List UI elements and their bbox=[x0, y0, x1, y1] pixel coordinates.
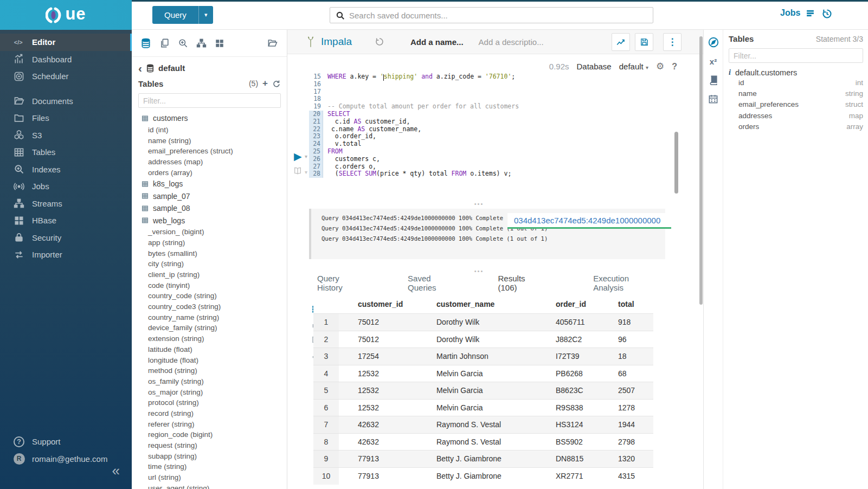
column-item[interactable]: device_family (string) bbox=[132, 323, 287, 333]
query-id-link[interactable]: 034d413ec7474ed5:4249de1000000000 bbox=[507, 213, 671, 229]
language-reference-icon[interactable] bbox=[293, 166, 303, 175]
snippet-history-icon[interactable] bbox=[375, 37, 384, 47]
column-item[interactable]: name (string) bbox=[132, 135, 287, 146]
sidebar-item-importer[interactable]: Importer bbox=[0, 246, 132, 263]
assist-column-orders[interactable]: ordersarray bbox=[729, 121, 863, 132]
column-item[interactable]: email_preferences (struct) bbox=[132, 146, 287, 157]
column-item[interactable]: request (string) bbox=[132, 440, 287, 451]
column-item[interactable]: country_code3 (string) bbox=[132, 301, 287, 312]
hue-logo[interactable]: ue bbox=[0, 0, 132, 30]
sidebar-item-documents[interactable]: Documents bbox=[0, 93, 132, 110]
column-header-customer_id[interactable]: customer_id bbox=[339, 295, 417, 314]
sidebar-item-tables[interactable]: Tables bbox=[0, 144, 132, 161]
column-item[interactable]: protocol (string) bbox=[132, 397, 287, 408]
add-table-icon[interactable]: + bbox=[262, 78, 268, 89]
databases-icon[interactable] bbox=[140, 38, 151, 49]
column-item[interactable]: time (string) bbox=[132, 461, 287, 472]
column-item[interactable]: referer (string) bbox=[132, 419, 287, 429]
query-dropdown-caret[interactable]: ▾ bbox=[198, 6, 213, 24]
sidebar-item-indexes[interactable]: Indexes bbox=[0, 161, 132, 178]
sidebar-item-dashboard[interactable]: Dashboard bbox=[0, 51, 132, 68]
results-table[interactable]: customer_idcustomer_nameorder_idtotal 17… bbox=[313, 295, 653, 485]
search-plus-icon[interactable] bbox=[178, 38, 188, 48]
language-reference-caret[interactable]: ▾ bbox=[305, 169, 307, 175]
assist-table-row[interactable]: i default.customers bbox=[729, 68, 863, 77]
sidebar-item-security[interactable]: Security bbox=[0, 229, 132, 247]
sidebar-item-support[interactable]: ?Support bbox=[0, 433, 132, 451]
sitemap-icon[interactable] bbox=[196, 38, 207, 48]
column-item[interactable]: url (string) bbox=[132, 472, 287, 483]
column-item[interactable]: addresses (map) bbox=[132, 157, 287, 168]
calendar-icon[interactable] bbox=[708, 94, 718, 104]
query-name-field[interactable]: Add a name... bbox=[410, 37, 464, 47]
sidebar-item-streams[interactable]: Streams bbox=[0, 195, 132, 213]
assist-column-email_preferences[interactable]: email_preferencesstruct bbox=[729, 99, 863, 110]
execute-button[interactable]: ▶ bbox=[294, 150, 302, 163]
column-item[interactable]: country_code (string) bbox=[132, 291, 287, 301]
column-header-customer_name[interactable]: customer_name bbox=[417, 295, 537, 314]
new-query-button[interactable]: Query ▾ bbox=[152, 6, 213, 24]
table-row[interactable]: 612532Melvin GarciaR9S8381278 bbox=[313, 399, 653, 416]
table-row[interactable]: 175012Dorothy Wilk4056711918 bbox=[313, 314, 653, 331]
jobs-link[interactable]: Jobs bbox=[780, 8, 815, 18]
sidebar-item-hbase[interactable]: HBase bbox=[0, 212, 132, 229]
column-item[interactable]: subapp (string) bbox=[132, 451, 287, 461]
query-description-field[interactable]: Add a descriptio... bbox=[479, 37, 544, 47]
settings-gear-icon[interactable]: ⚙ bbox=[656, 61, 664, 72]
column-item[interactable]: client_ip (string) bbox=[132, 269, 287, 280]
assist-column-name[interactable]: namestring bbox=[729, 88, 863, 99]
table-row[interactable]: 842632Raymond S. VestalBS59022798 bbox=[313, 433, 653, 451]
column-item[interactable]: city (string) bbox=[132, 259, 287, 269]
back-chevron-icon[interactable]: ‹ bbox=[138, 65, 142, 72]
open-folder-icon[interactable] bbox=[267, 38, 278, 48]
table-row[interactable]: 512532Melvin GarciaB8623C2507 bbox=[313, 382, 653, 400]
info-icon[interactable]: i bbox=[729, 68, 731, 77]
column-item[interactable]: record (string) bbox=[132, 408, 287, 419]
column-item[interactable]: id (int) bbox=[132, 125, 287, 136]
refresh-icon[interactable] bbox=[272, 80, 280, 88]
assist-filter-input[interactable]: Filter... bbox=[729, 48, 863, 63]
resize-handle[interactable]: ••• bbox=[287, 269, 671, 274]
documents-copy-icon[interactable] bbox=[159, 38, 170, 48]
table-row[interactable]: 317254Martin JohnsonI72T3918 bbox=[313, 348, 653, 365]
column-item[interactable]: _version_ (bigint) bbox=[132, 227, 287, 237]
history-icon[interactable] bbox=[821, 8, 833, 20]
column-item[interactable]: app (string) bbox=[132, 237, 287, 248]
compass-assist-icon[interactable] bbox=[708, 36, 719, 48]
column-item[interactable]: os_family (string) bbox=[132, 376, 287, 387]
more-actions-button[interactable]: ⋮ bbox=[663, 33, 681, 51]
column-item[interactable]: bytes (smallint) bbox=[132, 248, 287, 259]
table-item-k8s_logs[interactable]: k8s_logs bbox=[132, 178, 287, 190]
table-item-sample_08[interactable]: sample_08 bbox=[132, 202, 287, 215]
apps-grid-icon[interactable] bbox=[215, 38, 224, 48]
language-book-icon[interactable] bbox=[708, 75, 718, 85]
column-item[interactable]: region_code (bigint) bbox=[132, 429, 287, 440]
column-item[interactable]: extension (string) bbox=[132, 333, 287, 344]
column-item[interactable]: user_agent (string) bbox=[132, 482, 287, 489]
column-item[interactable]: orders (array) bbox=[132, 167, 287, 178]
sidebar-item-jobs[interactable]: Jobs bbox=[0, 178, 132, 195]
column-header-total[interactable]: total bbox=[599, 295, 653, 314]
database-selector[interactable]: default ▾ bbox=[619, 62, 648, 71]
assist-column-addresses[interactable]: addressesmap bbox=[729, 110, 863, 121]
engine-name[interactable]: Impala bbox=[321, 36, 352, 48]
table-row[interactable]: 977913Betty J. GiambroneDN88151320 bbox=[313, 451, 653, 468]
resize-handle[interactable]: ••• bbox=[287, 202, 671, 207]
table-item-sample_07[interactable]: sample_07 bbox=[132, 190, 287, 202]
table-row[interactable]: 412532Melvin GarciaPB626868 bbox=[313, 365, 653, 382]
sidebar-item-editor[interactable]: </>Editor bbox=[0, 34, 132, 51]
chart-button[interactable] bbox=[612, 33, 630, 51]
column-item[interactable]: latitude (float) bbox=[132, 344, 287, 355]
column-item[interactable]: country_name (string) bbox=[132, 312, 287, 323]
sidebar-item-files[interactable]: Files bbox=[0, 110, 132, 127]
table-row[interactable]: 1077913Betty J. GiambroneXR27714315 bbox=[313, 467, 653, 485]
functions-icon[interactable]: x² bbox=[710, 57, 717, 66]
database-breadcrumb[interactable]: ‹ default bbox=[132, 57, 287, 74]
sidebar-item-s3[interactable]: S3 bbox=[0, 127, 132, 144]
save-button[interactable] bbox=[635, 33, 653, 51]
table-row[interactable]: 275012Dorothy WilkJ882C296 bbox=[313, 331, 653, 348]
table-item-customers[interactable]: customers bbox=[132, 112, 287, 125]
assist-scrollbar[interactable] bbox=[699, 36, 703, 305]
column-item[interactable]: method (string) bbox=[132, 365, 287, 376]
column-header-order_id[interactable]: order_id bbox=[537, 295, 599, 314]
